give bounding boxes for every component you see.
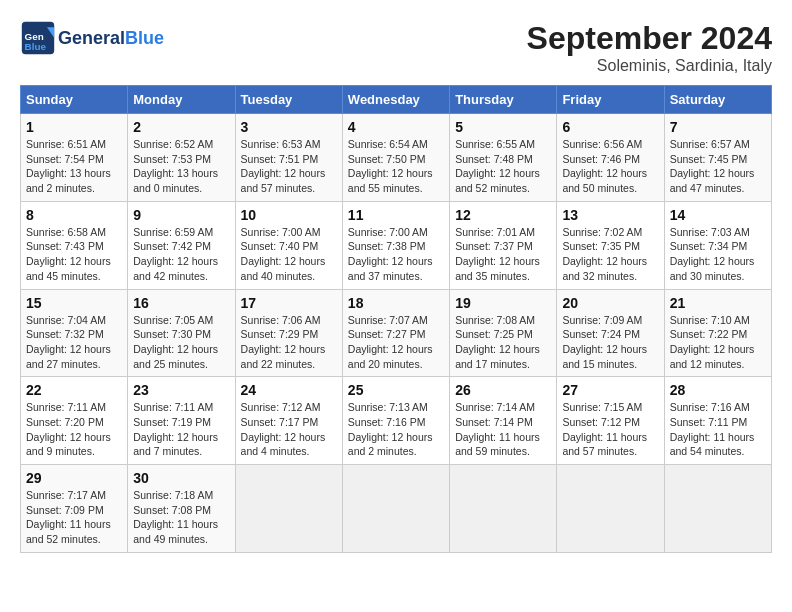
calendar-cell: 30Sunrise: 7:18 AMSunset: 7:08 PMDayligh… — [128, 465, 235, 553]
calendar-cell — [664, 465, 771, 553]
day-info: Sunrise: 7:09 AMSunset: 7:24 PMDaylight:… — [562, 313, 658, 372]
day-info: Sunrise: 7:00 AMSunset: 7:38 PMDaylight:… — [348, 225, 444, 284]
calendar-cell: 28Sunrise: 7:16 AMSunset: 7:11 PMDayligh… — [664, 377, 771, 465]
calendar-cell: 19Sunrise: 7:08 AMSunset: 7:25 PMDayligh… — [450, 289, 557, 377]
calendar-week-row: 22Sunrise: 7:11 AMSunset: 7:20 PMDayligh… — [21, 377, 772, 465]
day-number: 30 — [133, 470, 229, 486]
day-number: 18 — [348, 295, 444, 311]
day-info: Sunrise: 7:16 AMSunset: 7:11 PMDaylight:… — [670, 400, 766, 459]
calendar-cell: 23Sunrise: 7:11 AMSunset: 7:19 PMDayligh… — [128, 377, 235, 465]
day-number: 19 — [455, 295, 551, 311]
calendar-cell: 8Sunrise: 6:58 AMSunset: 7:43 PMDaylight… — [21, 201, 128, 289]
day-info: Sunrise: 7:01 AMSunset: 7:37 PMDaylight:… — [455, 225, 551, 284]
column-header-monday: Monday — [128, 86, 235, 114]
day-info: Sunrise: 7:00 AMSunset: 7:40 PMDaylight:… — [241, 225, 337, 284]
calendar-week-row: 8Sunrise: 6:58 AMSunset: 7:43 PMDaylight… — [21, 201, 772, 289]
day-info: Sunrise: 7:17 AMSunset: 7:09 PMDaylight:… — [26, 488, 122, 547]
calendar-cell: 16Sunrise: 7:05 AMSunset: 7:30 PMDayligh… — [128, 289, 235, 377]
calendar-cell — [557, 465, 664, 553]
calendar-cell: 27Sunrise: 7:15 AMSunset: 7:12 PMDayligh… — [557, 377, 664, 465]
day-number: 12 — [455, 207, 551, 223]
day-info: Sunrise: 7:08 AMSunset: 7:25 PMDaylight:… — [455, 313, 551, 372]
day-number: 3 — [241, 119, 337, 135]
day-info: Sunrise: 6:57 AMSunset: 7:45 PMDaylight:… — [670, 137, 766, 196]
calendar-cell — [450, 465, 557, 553]
day-number: 8 — [26, 207, 122, 223]
title-block: September 2024 Soleminis, Sardinia, Ital… — [527, 20, 772, 75]
day-info: Sunrise: 6:52 AMSunset: 7:53 PMDaylight:… — [133, 137, 229, 196]
column-header-sunday: Sunday — [21, 86, 128, 114]
day-number: 25 — [348, 382, 444, 398]
calendar-cell: 9Sunrise: 6:59 AMSunset: 7:42 PMDaylight… — [128, 201, 235, 289]
day-info: Sunrise: 7:11 AMSunset: 7:20 PMDaylight:… — [26, 400, 122, 459]
calendar-cell: 29Sunrise: 7:17 AMSunset: 7:09 PMDayligh… — [21, 465, 128, 553]
day-number: 29 — [26, 470, 122, 486]
logo: Gen Blue GeneralBlue — [20, 20, 164, 56]
day-info: Sunrise: 6:53 AMSunset: 7:51 PMDaylight:… — [241, 137, 337, 196]
calendar-cell: 4Sunrise: 6:54 AMSunset: 7:50 PMDaylight… — [342, 114, 449, 202]
day-info: Sunrise: 7:11 AMSunset: 7:19 PMDaylight:… — [133, 400, 229, 459]
page-title: September 2024 — [527, 20, 772, 57]
day-number: 24 — [241, 382, 337, 398]
day-number: 11 — [348, 207, 444, 223]
calendar-cell: 21Sunrise: 7:10 AMSunset: 7:22 PMDayligh… — [664, 289, 771, 377]
calendar-cell: 15Sunrise: 7:04 AMSunset: 7:32 PMDayligh… — [21, 289, 128, 377]
calendar-cell: 20Sunrise: 7:09 AMSunset: 7:24 PMDayligh… — [557, 289, 664, 377]
column-header-saturday: Saturday — [664, 86, 771, 114]
day-number: 9 — [133, 207, 229, 223]
day-number: 6 — [562, 119, 658, 135]
day-number: 22 — [26, 382, 122, 398]
calendar-cell: 2Sunrise: 6:52 AMSunset: 7:53 PMDaylight… — [128, 114, 235, 202]
calendar-cell — [235, 465, 342, 553]
day-info: Sunrise: 7:03 AMSunset: 7:34 PMDaylight:… — [670, 225, 766, 284]
calendar-cell: 11Sunrise: 7:00 AMSunset: 7:38 PMDayligh… — [342, 201, 449, 289]
day-number: 20 — [562, 295, 658, 311]
day-info: Sunrise: 7:12 AMSunset: 7:17 PMDaylight:… — [241, 400, 337, 459]
calendar-cell: 1Sunrise: 6:51 AMSunset: 7:54 PMDaylight… — [21, 114, 128, 202]
day-info: Sunrise: 7:05 AMSunset: 7:30 PMDaylight:… — [133, 313, 229, 372]
logo-icon: Gen Blue — [20, 20, 56, 56]
calendar-cell: 5Sunrise: 6:55 AMSunset: 7:48 PMDaylight… — [450, 114, 557, 202]
day-number: 13 — [562, 207, 658, 223]
day-number: 15 — [26, 295, 122, 311]
day-number: 10 — [241, 207, 337, 223]
day-number: 16 — [133, 295, 229, 311]
calendar-cell: 7Sunrise: 6:57 AMSunset: 7:45 PMDaylight… — [664, 114, 771, 202]
logo-blue-text: Blue — [125, 28, 164, 48]
day-info: Sunrise: 7:13 AMSunset: 7:16 PMDaylight:… — [348, 400, 444, 459]
calendar-cell: 6Sunrise: 6:56 AMSunset: 7:46 PMDaylight… — [557, 114, 664, 202]
day-number: 28 — [670, 382, 766, 398]
calendar-cell: 12Sunrise: 7:01 AMSunset: 7:37 PMDayligh… — [450, 201, 557, 289]
column-header-tuesday: Tuesday — [235, 86, 342, 114]
day-number: 14 — [670, 207, 766, 223]
calendar-cell: 25Sunrise: 7:13 AMSunset: 7:16 PMDayligh… — [342, 377, 449, 465]
day-number: 1 — [26, 119, 122, 135]
calendar-week-row: 1Sunrise: 6:51 AMSunset: 7:54 PMDaylight… — [21, 114, 772, 202]
day-info: Sunrise: 7:15 AMSunset: 7:12 PMDaylight:… — [562, 400, 658, 459]
day-number: 2 — [133, 119, 229, 135]
calendar-cell: 24Sunrise: 7:12 AMSunset: 7:17 PMDayligh… — [235, 377, 342, 465]
day-number: 17 — [241, 295, 337, 311]
day-info: Sunrise: 7:07 AMSunset: 7:27 PMDaylight:… — [348, 313, 444, 372]
day-info: Sunrise: 6:58 AMSunset: 7:43 PMDaylight:… — [26, 225, 122, 284]
calendar-cell: 13Sunrise: 7:02 AMSunset: 7:35 PMDayligh… — [557, 201, 664, 289]
calendar-week-row: 29Sunrise: 7:17 AMSunset: 7:09 PMDayligh… — [21, 465, 772, 553]
day-info: Sunrise: 6:59 AMSunset: 7:42 PMDaylight:… — [133, 225, 229, 284]
page-header: Gen Blue GeneralBlue September 2024 Sole… — [20, 20, 772, 75]
calendar-cell: 17Sunrise: 7:06 AMSunset: 7:29 PMDayligh… — [235, 289, 342, 377]
calendar-header-row: SundayMondayTuesdayWednesdayThursdayFrid… — [21, 86, 772, 114]
day-info: Sunrise: 7:18 AMSunset: 7:08 PMDaylight:… — [133, 488, 229, 547]
calendar-cell: 3Sunrise: 6:53 AMSunset: 7:51 PMDaylight… — [235, 114, 342, 202]
calendar-cell: 26Sunrise: 7:14 AMSunset: 7:14 PMDayligh… — [450, 377, 557, 465]
day-info: Sunrise: 7:10 AMSunset: 7:22 PMDaylight:… — [670, 313, 766, 372]
day-number: 7 — [670, 119, 766, 135]
day-number: 23 — [133, 382, 229, 398]
day-number: 26 — [455, 382, 551, 398]
calendar-week-row: 15Sunrise: 7:04 AMSunset: 7:32 PMDayligh… — [21, 289, 772, 377]
page-subtitle: Soleminis, Sardinia, Italy — [527, 57, 772, 75]
calendar-cell — [342, 465, 449, 553]
day-number: 27 — [562, 382, 658, 398]
day-info: Sunrise: 7:02 AMSunset: 7:35 PMDaylight:… — [562, 225, 658, 284]
column-header-friday: Friday — [557, 86, 664, 114]
calendar-cell: 10Sunrise: 7:00 AMSunset: 7:40 PMDayligh… — [235, 201, 342, 289]
